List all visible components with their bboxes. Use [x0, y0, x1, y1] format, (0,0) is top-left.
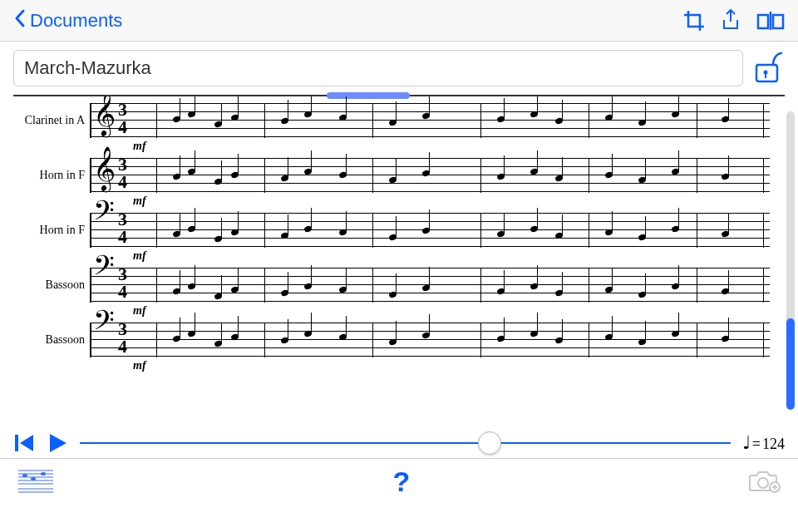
note-stem [396, 273, 397, 295]
dynamic-marking: mf [133, 359, 146, 372]
barline [589, 158, 589, 193]
time-signature: 34 [118, 101, 127, 136]
note-stem [429, 96, 430, 116]
note-stem [221, 218, 222, 239]
barline [763, 103, 764, 138]
score-thumbnail-icon[interactable] [17, 466, 55, 499]
svg-marker-6 [20, 435, 33, 451]
svg-point-3 [764, 71, 768, 75]
note-stem [195, 208, 195, 229]
back-button[interactable]: Documents [13, 8, 122, 33]
instrument-label: Clarinet in A [13, 114, 90, 127]
note-stem [180, 318, 180, 339]
note-stem [180, 155, 180, 177]
instrument-label: Horn in F [13, 224, 90, 237]
note-stem [678, 313, 679, 334]
note-stem [537, 313, 538, 334]
tempo-note-icon: ♩ [742, 432, 751, 454]
barline [156, 103, 157, 138]
unlock-icon[interactable] [753, 48, 785, 88]
note-stem [728, 318, 729, 339]
note-stem [311, 150, 312, 172]
score-scrollbar[interactable] [786, 111, 795, 410]
title-row [0, 42, 798, 95]
barline [697, 268, 697, 303]
barline [372, 158, 373, 193]
note-stem [288, 157, 288, 179]
note-stem [612, 211, 613, 233]
barline [264, 213, 265, 248]
note-stem [221, 275, 222, 297]
note-stem [346, 268, 347, 290]
note-stem [346, 316, 347, 337]
note-stem [612, 96, 613, 118]
note-stem [562, 319, 563, 341]
score-scroll-thumb[interactable] [786, 318, 795, 410]
barline [589, 268, 589, 303]
note-stem [311, 265, 312, 287]
note-stem [678, 265, 679, 287]
note-stem [728, 270, 729, 292]
note-stem [728, 98, 729, 120]
seek-thumb[interactable] [478, 431, 501, 455]
note-stem [504, 98, 505, 120]
note-stem [311, 313, 312, 334]
note-stem [346, 211, 347, 233]
barline [589, 103, 589, 138]
note-stem [221, 160, 222, 182]
note-stem [221, 323, 222, 344]
staff[interactable]: 𝄢34mf [90, 268, 770, 303]
svg-point-17 [41, 472, 46, 475]
note-stem [195, 265, 195, 287]
barline [264, 158, 265, 193]
crop-icon[interactable] [683, 10, 705, 32]
note-stem [238, 268, 239, 290]
note-stem [195, 150, 195, 172]
note-stem [728, 155, 729, 177]
barline [589, 323, 589, 357]
note-stem [288, 100, 288, 121]
barline [589, 213, 589, 248]
document-title-input[interactable] [13, 50, 743, 86]
staff-row: Horn in F𝄢34mf [13, 213, 785, 248]
note-stem [429, 267, 430, 288]
bass-clef-icon: 𝄢 [93, 308, 115, 341]
share-icon[interactable] [720, 8, 741, 33]
note-stem [429, 152, 430, 174]
score-area[interactable]: Clarinet in A𝄞34mfmfHorn in F𝄞34mfHorn i… [0, 96, 798, 425]
note-stem [562, 157, 563, 179]
camera-add-icon[interactable] [748, 467, 781, 497]
note-stem [645, 273, 646, 295]
nav-actions [683, 8, 785, 33]
staff-row: Bassoon𝄢34mf [13, 268, 785, 303]
staff-row: Clarinet in A𝄞34mfmf [13, 103, 785, 138]
barline [697, 103, 697, 138]
staff[interactable]: 𝄢34mf [90, 213, 770, 248]
skip-back-button[interactable] [13, 431, 35, 455]
staff[interactable]: 𝄢34mf [90, 323, 770, 357]
note-stem [396, 101, 397, 123]
note-stem [396, 321, 397, 342]
staff[interactable]: 𝄞34mf [90, 158, 770, 193]
play-button[interactable] [47, 431, 68, 455]
barline [763, 213, 764, 248]
seek-slider[interactable] [80, 442, 731, 444]
staff[interactable]: 𝄞34mfmf [90, 103, 770, 138]
svg-point-18 [758, 478, 768, 488]
barline [264, 323, 265, 357]
barline [697, 158, 697, 193]
note-stem [180, 270, 180, 292]
note-stem [396, 159, 397, 180]
staff-row: Bassoon𝄢34mf [13, 323, 785, 357]
note-stem [311, 96, 312, 115]
note-stem [180, 98, 180, 120]
note-stem [537, 208, 538, 229]
note-stem [678, 208, 679, 229]
svg-marker-7 [50, 434, 66, 452]
split-view-icon[interactable] [756, 10, 785, 32]
help-button[interactable]: ? [393, 466, 411, 498]
note-stem [346, 154, 347, 175]
bass-clef-icon: 𝄢 [93, 198, 115, 231]
tempo-display[interactable]: ♩ = 124 [742, 432, 785, 454]
svg-point-15 [22, 474, 27, 477]
